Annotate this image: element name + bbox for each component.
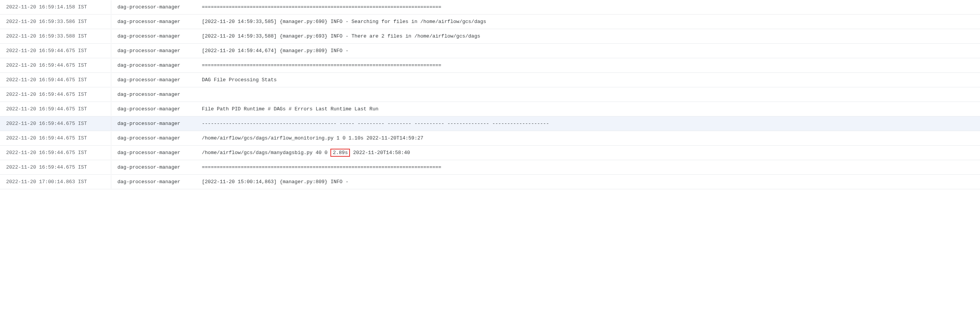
log-container: 2022-11-20 16:59:14.158 ISTdag-processor…	[0, 0, 980, 189]
log-message: [2022-11-20 14:59:33,588] {manager.py:69…	[196, 30, 980, 43]
log-timestamp: 2022-11-20 16:59:33.588 IST	[0, 30, 111, 43]
log-timestamp: 2022-11-20 16:59:44.675 IST	[0, 44, 111, 57]
log-timestamp: 2022-11-20 16:59:44.675 IST	[0, 131, 111, 145]
log-component: dag-processor-manager	[111, 175, 196, 189]
log-component: dag-processor-manager	[111, 88, 196, 101]
log-row[interactable]: 2022-11-20 16:59:44.675 ISTdag-processor…	[0, 58, 980, 73]
log-message: /home/airflow/gcs/dags/manydagsbig.py 40…	[196, 146, 980, 159]
log-message: ========================================…	[196, 0, 980, 14]
log-component: dag-processor-manager	[111, 15, 196, 28]
log-row[interactable]: 2022-11-20 17:00:14.863 ISTdag-processor…	[0, 175, 980, 189]
log-component: dag-processor-manager	[111, 44, 196, 57]
log-component: dag-processor-manager	[111, 0, 196, 14]
log-message-text: /home/airflow/gcs/dags/manydagsbig.py 40…	[202, 150, 330, 156]
highlight-annotation: 2.89s	[330, 149, 350, 157]
log-component: dag-processor-manager	[111, 161, 196, 174]
log-component: dag-processor-manager	[111, 117, 196, 130]
log-row[interactable]: 2022-11-20 16:59:44.675 ISTdag-processor…	[0, 131, 980, 146]
log-timestamp: 2022-11-20 16:59:14.158 IST	[0, 0, 111, 14]
log-component: dag-processor-manager	[111, 131, 196, 145]
log-message	[196, 91, 980, 98]
log-row[interactable]: 2022-11-20 16:59:44.675 ISTdag-processor…	[0, 44, 980, 58]
log-row[interactable]: 2022-11-20 16:59:44.675 ISTdag-processor…	[0, 146, 980, 160]
log-message: ========================================…	[196, 161, 980, 174]
log-message: [2022-11-20 14:59:44,674] {manager.py:80…	[196, 44, 980, 57]
log-row[interactable]: 2022-11-20 16:59:33.588 ISTdag-processor…	[0, 29, 980, 44]
log-message: /home/airflow/gcs/dags/airflow_monitorin…	[196, 131, 980, 145]
log-timestamp: 2022-11-20 16:59:44.675 IST	[0, 102, 111, 116]
log-timestamp: 2022-11-20 16:59:44.675 IST	[0, 146, 111, 159]
log-message: ----------------------------------------…	[196, 117, 980, 130]
log-message-text: 2022-11-20T14:58:40	[350, 150, 410, 156]
log-message: ========================================…	[196, 59, 980, 72]
log-component: dag-processor-manager	[111, 30, 196, 43]
log-timestamp: 2022-11-20 16:59:44.675 IST	[0, 161, 111, 174]
log-row[interactable]: 2022-11-20 16:59:44.675 ISTdag-processor…	[0, 73, 980, 87]
log-row[interactable]: 2022-11-20 16:59:44.675 ISTdag-processor…	[0, 160, 980, 175]
log-row[interactable]: 2022-11-20 16:59:14.158 ISTdag-processor…	[0, 0, 980, 15]
log-component: dag-processor-manager	[111, 146, 196, 159]
log-timestamp: 2022-11-20 17:00:14.863 IST	[0, 175, 111, 189]
log-timestamp: 2022-11-20 16:59:33.586 IST	[0, 15, 111, 28]
log-component: dag-processor-manager	[111, 73, 196, 87]
log-row[interactable]: 2022-11-20 16:59:33.586 ISTdag-processor…	[0, 15, 980, 29]
log-timestamp: 2022-11-20 16:59:44.675 IST	[0, 73, 111, 87]
log-timestamp: 2022-11-20 16:59:44.675 IST	[0, 117, 111, 130]
log-message: [2022-11-20 14:59:33,585] {manager.py:69…	[196, 15, 980, 28]
log-message: File Path PID Runtime # DAGs # Errors La…	[196, 102, 980, 116]
log-message: DAG File Processing Stats	[196, 73, 980, 87]
log-row[interactable]: 2022-11-20 16:59:44.675 ISTdag-processor…	[0, 87, 980, 102]
log-timestamp: 2022-11-20 16:59:44.675 IST	[0, 59, 111, 72]
log-message: [2022-11-20 15:00:14,863] {manager.py:80…	[196, 175, 980, 189]
log-row[interactable]: 2022-11-20 16:59:44.675 ISTdag-processor…	[0, 102, 980, 116]
log-timestamp: 2022-11-20 16:59:44.675 IST	[0, 88, 111, 101]
log-row[interactable]: 2022-11-20 16:59:44.675 ISTdag-processor…	[0, 116, 980, 131]
log-component: dag-processor-manager	[111, 102, 196, 116]
log-component: dag-processor-manager	[111, 59, 196, 72]
